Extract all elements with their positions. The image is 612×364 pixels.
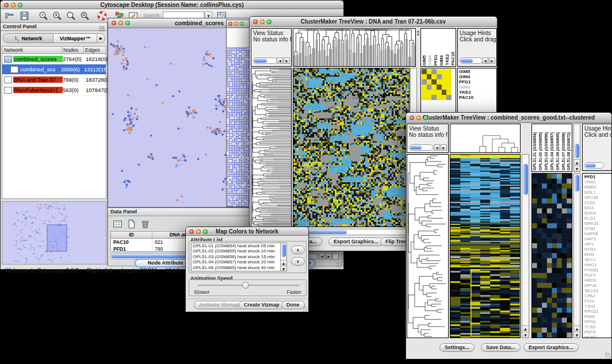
network-name[interactable]: RNAPuberNov2+[ [13,87,63,93]
close-button[interactable] [228,22,232,26]
zoom-button[interactable] [423,116,428,120]
scroll-right-button[interactable]: ▶ [284,58,290,64]
minimize-button[interactable] [234,22,238,26]
network-name[interactable]: combined_scores [13,56,63,62]
tab-overflow-button[interactable]: ▶ [97,34,105,43]
heatmap-cell[interactable] [442,95,447,100]
attribute-list-item[interactable]: GPL51-02 (GSM855) heat shock 10 min [193,248,286,254]
column-label[interactable]: GPL51-07 (GSM868) [561,132,565,171]
gene-label[interactable]: NTR2 [584,247,611,252]
main-window-controls[interactable] [4,3,22,7]
attribute-list-item[interactable]: GPL51-06 (GSM865) heat shock 40 min [193,265,286,270]
heatmap-cell[interactable] [427,74,432,79]
tv2-gene-vscrollbar[interactable]: ▲▼ [573,173,580,338]
heatmap-cell[interactable] [422,74,427,79]
column-label[interactable]: GPL51-03 (GSM856) [544,132,548,171]
heatmap-cell[interactable] [422,69,427,74]
heatmap-cell[interactable] [431,69,437,74]
gene-label[interactable]: HMG1 [584,262,611,267]
heatmap-cell[interactable] [446,69,452,74]
column-label[interactable]: GPL51-04 (GSM857) [550,132,554,171]
tv2-column-dendrogram[interactable] [450,124,521,153]
heatmap-cell[interactable] [431,85,437,90]
gene-label[interactable]: YRA1 [584,179,611,185]
network-overview-panel[interactable] [2,201,106,265]
heatmap-cell[interactable] [422,95,427,100]
heatmap-cell[interactable] [422,79,427,85]
attribute-list-item[interactable]: GPL51-07 (GSM868) heat shock 60 min [193,270,286,271]
gene-label[interactable]: HRD3 [584,278,611,283]
column-header-nodes[interactable]: Nodes [62,47,84,53]
heatmap-cell[interactable] [427,85,432,90]
gene-label[interactable]: PHO81 [584,267,611,273]
heatmap-cell[interactable] [442,79,447,85]
zoom-button[interactable] [240,22,244,26]
move-up-button[interactable]: ∧ [291,246,305,254]
heatmap-cell[interactable] [442,69,447,74]
zoom-fit-icon[interactable] [66,11,76,23]
heatmap-cell[interactable] [442,90,447,95]
heatmap-cell[interactable] [427,79,432,85]
gene-label[interactable]: PEP5 [584,329,611,335]
gene-label[interactable]: PFD1 [584,174,611,179]
network-table-row[interactable]: combined_sco2569(6)13112(15) [2,64,106,75]
scroll-left-button[interactable]: ◀ [434,144,440,151]
column-label[interactable]: YKE2 [445,54,450,66]
column-header-edges[interactable]: Edges [84,47,106,53]
gene-label[interactable]: BUD4 [584,210,611,216]
heatmap-cell[interactable] [442,85,447,90]
column-label[interactable]: GPL51-08 (GSM872) [567,132,571,171]
gene-label[interactable]: FIG4 [584,298,611,304]
scroll-left-button[interactable]: ◀ [319,253,325,259]
heatmap-cell[interactable] [431,95,437,100]
gene-label[interactable]: VIP1 [584,242,611,247]
heatmap-cell[interactable] [446,95,452,100]
gene-label[interactable]: PUF3 [584,273,611,278]
gene-label[interactable]: CPA2 [584,293,611,298]
gene-label[interactable]: MON2 [584,335,611,338]
gene-label[interactable]: NIS1 [584,205,611,210]
heatmap-cell[interactable] [437,90,442,95]
column-label[interactable]: GPL51-06 (GSM865) [556,132,560,171]
network-name[interactable]: combined_sco [20,66,61,72]
heatmap-cell[interactable] [437,69,442,74]
minimize-button[interactable] [196,229,201,234]
attribute-listbox[interactable]: GPL51-01 (GSM854) heat shock 05 minGPL51… [191,243,287,271]
tab-network[interactable]: Network [3,34,53,43]
tv1-column-labels[interactable]: GIM5GIM4PFD1GIM3YKE2PAC10 [420,28,456,67]
column-label[interactable]: GPL51-01 (GSM854) [533,132,537,171]
gene-label[interactable]: SPC98 [584,195,611,200]
heatmap-cell[interactable] [437,74,442,79]
tv1-correlation-heatmap[interactable] [422,69,452,100]
zoom-selected-icon[interactable] [80,11,90,23]
gene-label[interactable]: HAP3 [584,236,611,242]
gene-label[interactable]: SEC1 [584,257,611,262]
resize-grip[interactable] [605,352,611,358]
tv2-heatmap-vscrollbar[interactable]: ▲▼ [522,154,529,338]
gene-label[interactable]: TCB3 [584,324,611,329]
scroll-right-button[interactable]: ▶ [441,144,447,151]
help-ring-icon[interactable] [97,11,107,23]
tv2-column-labels[interactable]: GPL51-01 (GSM854)GPL51-02 (GSM855)GPL51-… [531,124,572,172]
column-label[interactable]: PFD1 [433,55,438,66]
minimize-button[interactable] [416,116,421,120]
column-label[interactable]: GIM3 [439,55,444,66]
view-status-hscrollbar[interactable] [253,58,277,64]
attribute-list-item[interactable]: GPL51-01 (GSM854) heat shock 05 min [193,243,286,248]
tv2-column-label-vscrollbar[interactable]: ▲▼ [573,124,580,172]
scroll-left-button[interactable]: ◀ [277,58,283,64]
tv1-heatmap[interactable] [293,68,410,227]
row-label[interactable]: YKE2 [459,90,496,95]
heatmap-cell[interactable] [446,85,452,90]
save-icon[interactable] [20,11,29,23]
network-overview-canvas[interactable] [2,202,106,264]
tv2-row-dendrogram[interactable] [407,154,449,338]
row-label[interactable]: PFD1 [459,79,496,85]
network-table-row[interactable]: DNA and Tran 07769(0)183728(0) [2,75,106,85]
dense-network-canvas[interactable] [227,48,250,206]
tv2-save-data-button[interactable]: Save Data... [481,343,521,352]
close-button[interactable] [4,3,9,7]
heatmap-cell[interactable] [446,79,452,85]
usage-hints-hscrollbar[interactable] [460,58,483,64]
gene-label[interactable]: KAP95 [584,231,611,236]
